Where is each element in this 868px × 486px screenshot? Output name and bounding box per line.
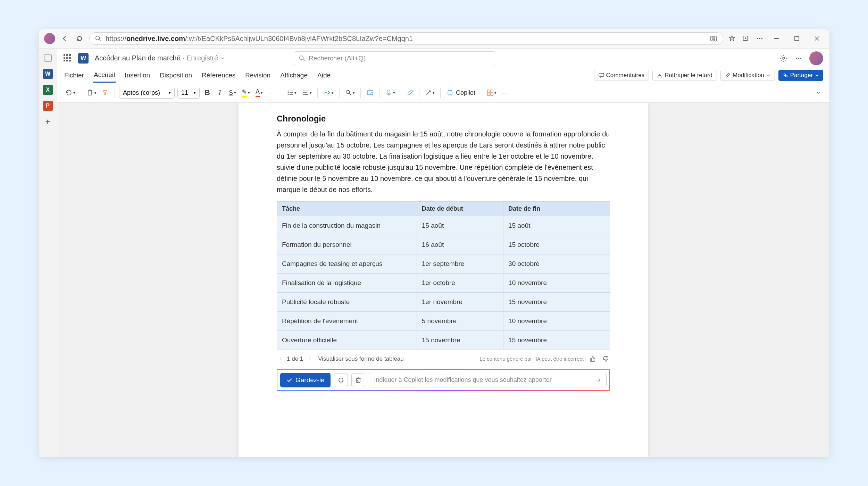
excel-app-icon[interactable]: X (43, 85, 53, 95)
menu-insertion[interactable]: Insertion (124, 69, 151, 82)
italic-button[interactable]: I (215, 87, 225, 98)
svg-rect-47 (357, 379, 360, 383)
menu-fichier[interactable]: Fichier (64, 69, 85, 82)
paste-button[interactable]: ▾ (85, 87, 98, 98)
svg-point-28 (288, 91, 289, 92)
address-bar[interactable]: https://onedrive.live.com/:w:/t/EaCKkPs6… (89, 32, 723, 45)
table-cell: 5 novembre (417, 311, 503, 330)
pager-prev[interactable]: 〈 (277, 355, 282, 362)
catchup-icon (657, 73, 662, 78)
svg-point-37 (346, 90, 350, 94)
svg-rect-43 (487, 90, 490, 92)
designer-button[interactable]: ▾ (424, 87, 436, 98)
browser-controls (728, 32, 824, 45)
table-cell: 15 novembre (417, 330, 503, 350)
close-button[interactable] (810, 32, 824, 45)
url-text: https://onedrive.live.com/:w:/t/EaCKkPs6… (106, 35, 413, 43)
document-title[interactable]: Accéder au Plan de marché · Enregistré (95, 54, 225, 62)
bullets-button[interactable]: ▾ (285, 87, 298, 98)
format-painter-button[interactable] (101, 87, 110, 98)
menu-disposition[interactable]: Disposition (159, 69, 193, 82)
immersive-reader-button[interactable] (365, 87, 375, 98)
svg-point-32 (288, 94, 289, 95)
editor-button[interactable] (405, 87, 415, 98)
svg-rect-41 (388, 90, 390, 93)
share-button[interactable]: Partager (778, 70, 823, 81)
more-font-button[interactable]: ⋯ (267, 87, 277, 98)
chevron-down-icon (815, 73, 819, 77)
ribbon-collapse-button[interactable] (813, 87, 823, 98)
keep-button[interactable]: Gardez-le (280, 373, 331, 387)
send-icon[interactable] (594, 377, 601, 384)
svg-point-40 (371, 93, 373, 95)
browser-window: https://onedrive.live.com/:w:/t/EaCKkPs6… (38, 29, 830, 458)
document-canvas[interactable]: Chronologie À compter de la fin du bâtim… (57, 103, 829, 457)
search-icon (299, 55, 305, 61)
comments-button[interactable]: Commentaires (594, 70, 649, 81)
catchup-button[interactable]: Rattraper le retard (652, 70, 717, 81)
thumbs-up-button[interactable] (589, 355, 597, 363)
more-icon[interactable] (756, 35, 763, 42)
tab-icon[interactable] (43, 53, 53, 63)
delete-button[interactable] (351, 373, 365, 387)
table-header-task: Tâche (277, 201, 417, 216)
collections-icon[interactable] (742, 35, 750, 42)
check-icon (286, 377, 293, 383)
app-launcher-icon[interactable] (64, 54, 72, 62)
table-cell: 1er septembre (417, 254, 503, 273)
reading-mode-icon[interactable] (710, 35, 717, 42)
table-cell: 10 novembre (503, 273, 610, 292)
layout-grid-button[interactable]: ▾ (485, 87, 498, 98)
menu-accueil[interactable]: Accueil (93, 68, 116, 83)
regenerate-button[interactable] (334, 373, 348, 387)
menu-references[interactable]: Références (201, 69, 236, 82)
pager-row: 〈 1 de 1 〉 Visualiser sous forme de tabl… (277, 355, 610, 363)
back-button[interactable] (60, 34, 70, 43)
pager-next[interactable]: 〉 (308, 355, 313, 362)
svg-point-17 (300, 56, 303, 59)
table-row: Formation du personnel16 août15 octobre (277, 235, 610, 254)
undo-button[interactable]: ▾ (64, 87, 77, 98)
find-button[interactable]: ▾ (344, 87, 356, 98)
copilot-input[interactable]: Indiquer à Copilot les modifications que… (369, 373, 607, 387)
editing-mode-button[interactable]: Modification (720, 70, 775, 81)
visualize-link[interactable]: Visualiser sous forme de tableau (318, 355, 403, 362)
thumbs-down-button[interactable] (602, 355, 610, 363)
font-color-button[interactable]: A▾ (254, 87, 264, 98)
word-app-icon[interactable]: W (43, 69, 53, 79)
font-size-select[interactable]: 11▾ (177, 87, 200, 99)
profile-avatar[interactable] (44, 33, 55, 44)
table-cell: 16 août (417, 235, 503, 254)
more-options-icon[interactable] (795, 55, 802, 62)
refresh-button[interactable] (75, 34, 84, 43)
align-button[interactable]: ▾ (301, 87, 313, 98)
search-input[interactable]: Rechercher (Alt+Q) (294, 51, 495, 65)
highlight-button[interactable]: ✎▾ (240, 87, 251, 98)
table-row: Fin de la construction du magasin15 août… (277, 216, 610, 235)
svg-point-11 (759, 38, 760, 39)
menu-affichage[interactable]: Affichage (279, 69, 308, 82)
add-app-icon[interactable]: + (43, 117, 53, 127)
svg-rect-44 (491, 90, 493, 92)
styles-button[interactable]: ▾ (322, 87, 335, 98)
user-avatar[interactable] (809, 51, 823, 65)
svg-rect-27 (89, 90, 91, 91)
favorites-icon[interactable] (728, 35, 736, 42)
powerpoint-app-icon[interactable]: P (43, 101, 53, 111)
minimize-button[interactable] (770, 32, 784, 45)
copilot-button[interactable]: Copilot (445, 87, 477, 98)
font-name-select[interactable]: Aptos (corps)▾ (119, 87, 175, 99)
maximize-button[interactable] (790, 32, 804, 45)
menu-aide[interactable]: Aide (317, 69, 331, 82)
bold-button[interactable]: B (202, 87, 212, 98)
browser-toolbar: https://onedrive.live.com/:w:/t/EaCKkPs6… (39, 29, 829, 49)
underline-button[interactable]: S▾ (227, 87, 237, 98)
dictate-button[interactable]: ▾ (384, 87, 397, 98)
edit-icon (725, 73, 731, 78)
svg-rect-14 (795, 36, 799, 41)
ai-disclaimer: Le contenu généré par l'IA peut être inc… (479, 356, 584, 362)
table-cell: 10 novembre (503, 311, 610, 330)
settings-icon[interactable] (779, 54, 788, 62)
menu-revision[interactable]: Révision (244, 69, 271, 82)
ribbon-more-button[interactable]: ⋯ (501, 87, 510, 98)
